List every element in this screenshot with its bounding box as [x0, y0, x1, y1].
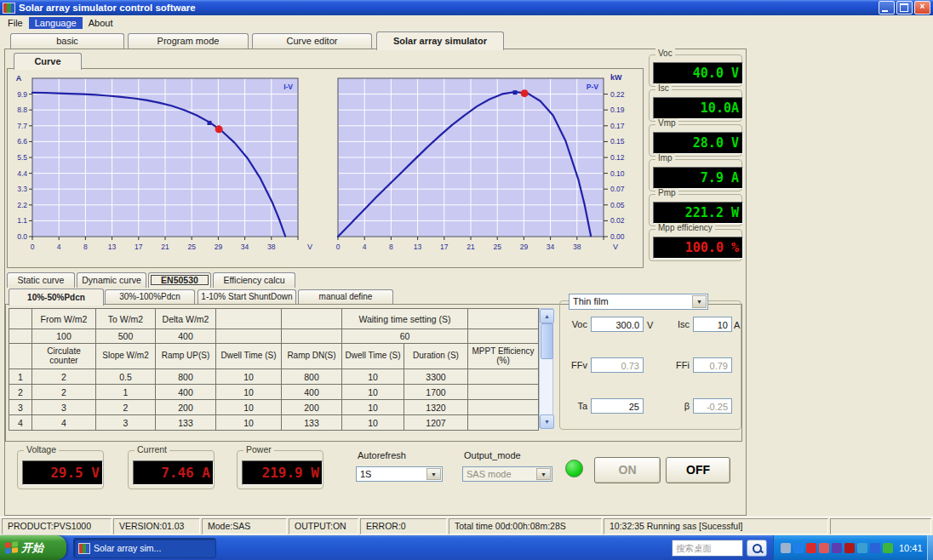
search-button[interactable]	[747, 540, 767, 557]
value-cell[interactable]: 400	[156, 329, 216, 344]
svg-text:A: A	[16, 74, 22, 83]
tab-30-100-pdcn[interactable]: 30%-100%Pdcn	[105, 289, 195, 304]
chevron-down-icon[interactable]: ▼	[426, 468, 441, 480]
tab-10-50-pdcn[interactable]: 10%-50%Pdcn	[9, 289, 104, 306]
table-scrollbar[interactable]: ▲ ▼	[539, 308, 553, 428]
data-cell[interactable]: 400	[282, 385, 342, 400]
taskbar-item-solar-array-sim[interactable]: Solar array sim...	[73, 538, 216, 558]
network-icon[interactable]	[857, 543, 867, 553]
svg-text:I-V: I-V	[283, 83, 293, 91]
data-cell[interactable]: 1700	[404, 385, 468, 400]
data-cell[interactable]: 200	[282, 400, 342, 415]
menu-about[interactable]: About	[83, 17, 119, 29]
data-cell[interactable]: 3300	[404, 369, 468, 385]
value-cell[interactable]: 60	[342, 329, 468, 344]
data-cell[interactable]: 4	[32, 415, 96, 431]
scroll-down-icon[interactable]: ▼	[540, 414, 554, 429]
config-input-voc[interactable]: 300.0	[591, 317, 644, 332]
data-cell[interactable]: 10	[342, 369, 404, 385]
data-cell[interactable]: 10	[342, 415, 404, 431]
chevron-down-icon[interactable]: ▼	[692, 295, 707, 308]
shield-green-icon[interactable]	[883, 543, 893, 553]
data-cell[interactable]: 0.5	[96, 369, 156, 385]
data-cell[interactable]: 1207	[404, 415, 468, 431]
row-number[interactable]: 3	[9, 400, 32, 415]
on-button[interactable]: ON	[594, 457, 661, 483]
data-cell[interactable]: 10	[216, 400, 282, 415]
start-button[interactable]: 开始	[0, 535, 66, 560]
data-cell[interactable]: 400	[156, 385, 216, 400]
row-number[interactable]: 2	[9, 385, 32, 400]
column-header: Dwell Time (S)	[342, 344, 404, 369]
tab-static-curve[interactable]: Static curve	[7, 272, 75, 288]
table-row: 44313310133101207	[9, 415, 539, 431]
config-input-: -0.25	[693, 398, 732, 414]
tab-dynamic-curve[interactable]: Dynamic curve	[77, 272, 146, 288]
value-cell[interactable]	[468, 329, 539, 344]
update-icon[interactable]	[819, 543, 829, 553]
data-cell[interactable]: 2	[96, 400, 156, 415]
value-cell[interactable]	[282, 329, 342, 344]
column-header: Ramp UP(S)	[156, 344, 216, 369]
im-icon[interactable]	[832, 543, 842, 553]
value-cell[interactable]: 500	[96, 329, 156, 344]
tab-basic[interactable]: basic	[10, 33, 124, 49]
readout-group-pmp: Pmp221.2 W	[649, 194, 742, 226]
data-cell[interactable]	[468, 415, 539, 431]
menu-file[interactable]: File	[2, 17, 29, 29]
data-cell[interactable]: 200	[156, 400, 216, 415]
autorefresh-select[interactable]: 1S ▼	[356, 466, 443, 482]
tab-1-10-start-shuntdown[interactable]: 1-10% Start ShuntDown	[197, 289, 296, 304]
value-cell[interactable]: 100	[32, 329, 96, 344]
data-cell[interactable]	[468, 369, 539, 385]
data-cell[interactable]: 133	[282, 415, 342, 431]
tab-en50530[interactable]: EN50530	[148, 272, 211, 288]
tab-program-mode[interactable]: Program mode	[128, 33, 249, 49]
value-cell[interactable]	[216, 329, 282, 344]
security-icon[interactable]	[844, 543, 855, 553]
data-cell[interactable]: 1	[96, 385, 156, 400]
row-number[interactable]: 4	[9, 415, 32, 431]
data-cell[interactable]: 2	[32, 385, 96, 400]
tab-curve[interactable]: Curve	[14, 53, 82, 70]
data-cell[interactable]: 10	[216, 369, 282, 385]
scroll-up-icon[interactable]: ▲	[540, 309, 554, 323]
tab-solar-array-simulator[interactable]: Solar array simulator	[376, 31, 504, 50]
scrollbar-thumb[interactable]	[541, 323, 553, 359]
antivirus-icon[interactable]	[806, 543, 816, 553]
data-cell[interactable]: 10	[342, 385, 404, 400]
bottom-display-voltage: 29.5 V	[22, 460, 103, 485]
data-cell[interactable]: 3	[96, 415, 156, 431]
data-cell[interactable]: 10	[216, 415, 282, 431]
data-cell[interactable]: 10	[342, 400, 404, 415]
corner-cell[interactable]	[9, 329, 32, 344]
data-cell[interactable]: 10	[216, 385, 282, 400]
tab-curve-editor[interactable]: Curve editor	[252, 33, 372, 49]
minimize-button[interactable]	[879, 1, 895, 14]
data-cell[interactable]	[468, 385, 539, 400]
row-number[interactable]: 1	[9, 369, 32, 385]
menu-language[interactable]: Language	[29, 17, 83, 29]
search-input[interactable]: 搜索桌面	[672, 540, 743, 557]
messenger-icon[interactable]	[793, 543, 804, 553]
data-cell[interactable]: 800	[156, 369, 216, 385]
config-input-ta[interactable]: 25	[591, 398, 644, 414]
tab-efficiency-calcu[interactable]: Efficiency calcu	[213, 272, 295, 288]
data-cell[interactable]: 2	[32, 369, 96, 385]
data-cell[interactable]: 800	[282, 369, 342, 385]
data-cell[interactable]: 1320	[404, 400, 468, 415]
volume-icon[interactable]	[781, 543, 791, 553]
data-cell[interactable]	[468, 400, 539, 415]
maximize-button[interactable]	[896, 1, 913, 14]
data-cell[interactable]: 3	[32, 400, 96, 415]
bottom-group-current: Current7.46 A	[128, 450, 215, 489]
show-desktop-strip[interactable]	[927, 535, 933, 560]
off-button[interactable]: OFF	[666, 457, 730, 483]
svg-text:25: 25	[493, 243, 501, 251]
shield-blue-icon[interactable]	[870, 543, 880, 553]
tab-manual-define[interactable]: manual define	[298, 289, 393, 304]
data-cell[interactable]: 133	[156, 415, 216, 431]
close-button[interactable]: ×	[914, 1, 930, 14]
module-type-select[interactable]: Thin film ▼	[569, 294, 708, 310]
config-input-isc[interactable]: 10	[693, 317, 732, 332]
